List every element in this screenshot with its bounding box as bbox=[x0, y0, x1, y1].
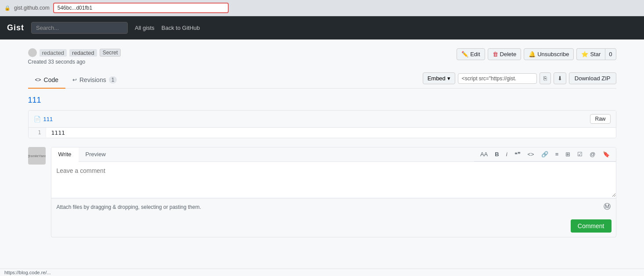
revision-icon: ↩ bbox=[72, 77, 77, 83]
star-button-group: ⭐ Star 0 bbox=[576, 48, 616, 60]
italic-icon[interactable]: i bbox=[504, 150, 509, 158]
delete-button[interactable]: 🗑 Delete bbox=[488, 48, 522, 60]
download-icon-button[interactable]: ⬇ bbox=[554, 72, 566, 84]
file-box: 📄 111 Raw 1 1111 bbox=[28, 110, 616, 138]
file-box-name: 📄 111 bbox=[34, 116, 53, 122]
gist-header: redacted redacted Secret Created 33 seco… bbox=[28, 48, 616, 65]
all-gists-link[interactable]: All gists bbox=[135, 25, 155, 31]
download-zip-button[interactable]: Download ZIP bbox=[569, 72, 616, 84]
tab-revisions[interactable]: ↩ Revisions 1 bbox=[65, 72, 124, 89]
unsubscribe-button[interactable]: 🔔 Unsubscribe bbox=[524, 48, 574, 60]
markdown-icon: Ⓜ bbox=[604, 202, 611, 211]
file-icon: 📄 bbox=[34, 116, 41, 122]
clone-icon: ⎘ bbox=[543, 75, 547, 82]
file-code: 1 1111 bbox=[29, 128, 616, 138]
edit-icon: ✏️ bbox=[461, 51, 468, 57]
created-time: Created 33 seconds ago bbox=[28, 59, 121, 65]
attach-text: Attach files by dragging & dropping, sel… bbox=[57, 204, 201, 210]
back-to-github-link[interactable]: Back to GitHub bbox=[162, 25, 200, 31]
comment-footer: Attach files by dragging & dropping, sel… bbox=[51, 198, 616, 215]
comment-tabs: Write Preview bbox=[51, 147, 113, 161]
tab-tools: Embed ▾ ⎘ ⬇ Download ZIP bbox=[423, 72, 616, 84]
preview-tab[interactable]: Preview bbox=[79, 147, 113, 162]
search-input[interactable] bbox=[31, 22, 128, 34]
comment-section: @smileYans Write Preview AA B i ❝❞ <> 🔗 … bbox=[28, 147, 616, 237]
task-list-icon[interactable]: ☑ bbox=[576, 150, 584, 158]
gist-actions: ✏️ Edit 🗑 Delete 🔔 Unsubscribe ⭐ Star 0 bbox=[457, 48, 616, 60]
star-icon: ⭐ bbox=[581, 51, 588, 57]
comment-textarea[interactable] bbox=[51, 162, 616, 197]
code-inline-icon[interactable]: <> bbox=[526, 150, 536, 158]
main-content: redacted redacted Secret Created 33 seco… bbox=[15, 39, 630, 246]
line-number: 1 bbox=[29, 128, 46, 137]
author-name: redacted bbox=[40, 49, 67, 57]
file-box-header: 📄 111 Raw bbox=[29, 111, 616, 128]
revisions-count: 1 bbox=[109, 76, 117, 83]
line-content: 1111 bbox=[46, 128, 70, 138]
write-tab[interactable]: Write bbox=[51, 147, 79, 162]
avatar bbox=[28, 48, 37, 57]
raw-button[interactable]: Raw bbox=[590, 114, 610, 124]
navbar: Gist All gists Back to GitHub bbox=[0, 16, 644, 39]
table-row: 1 1111 bbox=[29, 128, 616, 138]
secret-badge: Secret bbox=[100, 49, 121, 57]
comment-toolbar: AA B i ❝❞ <> 🔗 ≡ ⊞ ☑ @ 🔖 bbox=[474, 147, 616, 161]
file-title: 111 bbox=[28, 96, 616, 105]
tabs-row: <> Code ↩ Revisions 1 Embed ▾ ⎘ ⬇ Downlo… bbox=[28, 72, 616, 89]
domain-label: gist.github.com bbox=[14, 5, 50, 11]
bold-icon[interactable]: B bbox=[493, 150, 500, 158]
url-text: 546bc...d01fb1 bbox=[58, 5, 92, 11]
url-bar[interactable]: 546bc...d01fb1 bbox=[53, 3, 229, 13]
comment-submit-row: Comment bbox=[51, 215, 616, 237]
edit-button[interactable]: ✏️ Edit bbox=[457, 48, 485, 60]
brand-logo: Gist bbox=[7, 23, 24, 32]
author-row: redacted redacted Secret bbox=[28, 48, 121, 57]
lock-icon: 🔒 bbox=[4, 5, 11, 11]
comment-box: Write Preview AA B i ❝❞ <> 🔗 ≡ ⊞ ☑ @ 🔖 bbox=[51, 147, 616, 237]
mention-icon[interactable]: @ bbox=[588, 150, 597, 158]
gist-meta: redacted redacted Secret Created 33 seco… bbox=[28, 48, 121, 65]
bell-icon: 🔔 bbox=[529, 51, 536, 57]
text-size-icon[interactable]: AA bbox=[479, 150, 489, 158]
embed-button[interactable]: Embed ▾ bbox=[423, 72, 455, 84]
chevron-down-icon: ▾ bbox=[447, 75, 450, 82]
gist-filename: redacted bbox=[69, 49, 97, 57]
trash-icon: 🗑 bbox=[493, 51, 498, 57]
bookmark-icon[interactable]: 🔖 bbox=[601, 150, 612, 158]
unordered-list-icon[interactable]: ≡ bbox=[554, 150, 561, 158]
comment-submit-button[interactable]: Comment bbox=[571, 219, 612, 233]
embed-input[interactable] bbox=[458, 73, 537, 84]
download-icon: ⬇ bbox=[558, 75, 562, 82]
quote-icon[interactable]: ❝❞ bbox=[513, 150, 522, 158]
star-button[interactable]: ⭐ Star bbox=[576, 48, 605, 60]
commenter-avatar: @smileYans bbox=[28, 147, 46, 165]
browser-chrome: 🔒 gist.github.com 546bc...d01fb1 bbox=[0, 0, 644, 16]
code-icon: <> bbox=[35, 77, 41, 83]
star-count: 0 bbox=[605, 48, 616, 60]
link-icon[interactable]: 🔗 bbox=[540, 150, 550, 158]
tab-code[interactable]: <> Code bbox=[28, 72, 65, 89]
ordered-list-icon[interactable]: ⊞ bbox=[564, 150, 572, 158]
clone-icon-button[interactable]: ⎘ bbox=[540, 72, 551, 84]
tabs: <> Code ↩ Revisions 1 bbox=[28, 72, 124, 88]
